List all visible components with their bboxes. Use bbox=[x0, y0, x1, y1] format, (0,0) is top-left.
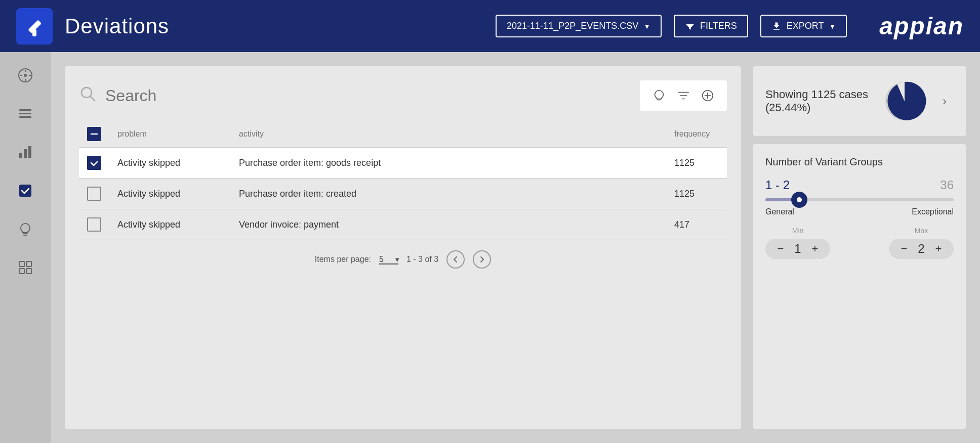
search-actions bbox=[640, 80, 727, 111]
app-logo bbox=[16, 8, 53, 45]
filters-button[interactable]: FILTERS bbox=[674, 15, 748, 37]
slider-label-exceptional: Exceptional bbox=[912, 207, 954, 216]
svg-rect-18 bbox=[657, 99, 661, 100]
search-input[interactable] bbox=[105, 86, 632, 105]
svg-rect-15 bbox=[19, 269, 24, 274]
row-checkbox-cell bbox=[79, 209, 109, 240]
row-frequency: 417 bbox=[666, 209, 727, 240]
max-control: − 2 + bbox=[889, 239, 954, 259]
data-table: problem activity frequency Activity skip… bbox=[79, 121, 727, 240]
filter-icon bbox=[685, 21, 695, 31]
variant-title: Number of Variant Groups bbox=[765, 156, 954, 168]
svg-rect-1 bbox=[32, 29, 36, 36]
pagination: Items per page: 5102550 ▼ 1 - 3 of 3 bbox=[79, 250, 727, 269]
export-icon bbox=[771, 21, 782, 31]
table-row: Activity skippedVendor invoice: payment4… bbox=[79, 209, 727, 240]
slider-track[interactable] bbox=[765, 198, 954, 201]
min-increment-button[interactable]: + bbox=[808, 242, 822, 256]
filters-label: FILTERS bbox=[700, 21, 737, 31]
file-selector-button[interactable]: 2021-11-11_P2P_EVENTS.CSV ▼ bbox=[496, 15, 662, 37]
pie-chart-container bbox=[882, 78, 927, 124]
pagination-next-button[interactable] bbox=[473, 250, 491, 269]
cases-title: Showing 1125 cases (25.44%) bbox=[765, 88, 874, 114]
max-increment-button[interactable]: + bbox=[931, 242, 946, 256]
svg-rect-10 bbox=[19, 185, 31, 197]
sidebar-item-list[interactable] bbox=[14, 103, 36, 125]
svg-point-3 bbox=[24, 74, 27, 77]
svg-rect-16 bbox=[26, 269, 31, 274]
svg-point-17 bbox=[81, 87, 92, 98]
sidebar-item-compass[interactable] bbox=[14, 64, 36, 86]
svg-rect-4 bbox=[19, 109, 31, 111]
table-row: Activity skippedPurchase order item: cre… bbox=[79, 179, 727, 209]
row-checkbox-checked[interactable] bbox=[87, 156, 101, 170]
table-panel: problem activity frequency Activity skip… bbox=[65, 66, 741, 429]
expand-button[interactable]: › bbox=[935, 92, 954, 110]
svg-rect-12 bbox=[23, 235, 27, 236]
th-frequency: frequency bbox=[666, 121, 727, 148]
pie-chart bbox=[882, 78, 927, 124]
row-problem: Activity skipped bbox=[109, 179, 231, 209]
search-lightbulb-button[interactable] bbox=[648, 84, 670, 107]
min-max-section: Min − 1 + Max − 2 + bbox=[765, 227, 954, 259]
th-problem: problem bbox=[109, 121, 231, 148]
th-checkbox bbox=[79, 121, 109, 148]
file-selector-caret: ▼ bbox=[643, 22, 650, 30]
sidebar-item-chart[interactable] bbox=[14, 141, 36, 163]
select-all-checkbox[interactable] bbox=[87, 127, 101, 141]
svg-rect-11 bbox=[23, 233, 28, 234]
export-caret: ▼ bbox=[829, 22, 836, 30]
variant-card: Number of Variant Groups 1 - 2 36 Genera… bbox=[753, 144, 966, 429]
sidebar-item-dashboard[interactable] bbox=[14, 256, 36, 279]
max-decrement-button[interactable]: − bbox=[897, 242, 911, 256]
appian-logo: appian bbox=[879, 12, 964, 40]
slider-range-labels: 1 - 2 36 bbox=[765, 178, 954, 192]
svg-rect-14 bbox=[26, 261, 31, 267]
slider-label-general: General bbox=[765, 207, 794, 216]
items-per-page-select[interactable]: 5102550 bbox=[379, 255, 398, 264]
row-activity: Purchase order item: created bbox=[231, 179, 666, 209]
th-activity: activity bbox=[231, 121, 666, 148]
search-icon bbox=[79, 85, 97, 107]
header: Deviations 2021-11-11_P2P_EVENTS.CSV ▼ F… bbox=[0, 0, 980, 52]
svg-rect-9 bbox=[28, 146, 31, 158]
main-content: problem activity frequency Activity skip… bbox=[51, 52, 980, 443]
svg-rect-8 bbox=[24, 149, 27, 158]
sidebar bbox=[0, 52, 51, 443]
sidebar-item-tasks[interactable] bbox=[14, 180, 36, 202]
sidebar-item-lightbulb[interactable] bbox=[14, 218, 36, 240]
min-control: − 1 + bbox=[765, 239, 830, 259]
file-selector-label: 2021-11-11_P2P_EVENTS.CSV bbox=[507, 21, 638, 31]
search-filter-button[interactable] bbox=[672, 84, 695, 107]
row-problem: Activity skipped bbox=[109, 209, 231, 240]
table-row: Activity skippedPurchase order item: goo… bbox=[79, 148, 727, 179]
row-checkbox-cell bbox=[79, 179, 109, 209]
table-header: problem activity frequency bbox=[79, 121, 727, 148]
max-value: 2 bbox=[915, 242, 927, 256]
hammer-icon bbox=[23, 15, 46, 37]
row-problem: Activity skipped bbox=[109, 148, 231, 179]
row-frequency: 1125 bbox=[666, 148, 727, 179]
slider-thumb-dot bbox=[797, 197, 802, 202]
cases-subtitle: (25.44%) bbox=[765, 101, 810, 114]
slider-labels: General Exceptional bbox=[765, 207, 954, 216]
min-label: Min bbox=[792, 227, 804, 235]
export-label: EXPORT bbox=[787, 21, 824, 31]
row-frequency: 1125 bbox=[666, 179, 727, 209]
export-button[interactable]: EXPORT ▼ bbox=[760, 15, 847, 37]
row-checkbox-empty[interactable] bbox=[87, 217, 101, 232]
min-decrement-button[interactable]: − bbox=[773, 242, 788, 256]
svg-rect-5 bbox=[19, 113, 31, 114]
search-add-button[interactable] bbox=[697, 84, 719, 107]
slider-range-start: 1 - 2 bbox=[765, 178, 790, 192]
svg-rect-7 bbox=[19, 153, 22, 158]
body-layout: problem activity frequency Activity skip… bbox=[0, 52, 980, 443]
row-checkbox-empty[interactable] bbox=[87, 187, 101, 201]
pagination-range: 1 - 3 of 3 bbox=[406, 255, 438, 264]
pagination-prev-button[interactable] bbox=[446, 250, 465, 269]
slider-thumb[interactable] bbox=[791, 192, 807, 208]
svg-rect-6 bbox=[19, 116, 31, 118]
row-activity: Purchase order item: goods receipt bbox=[231, 148, 666, 179]
slider-section: 1 - 2 36 General Exceptional bbox=[765, 178, 954, 216]
min-group: Min − 1 + bbox=[765, 227, 830, 259]
